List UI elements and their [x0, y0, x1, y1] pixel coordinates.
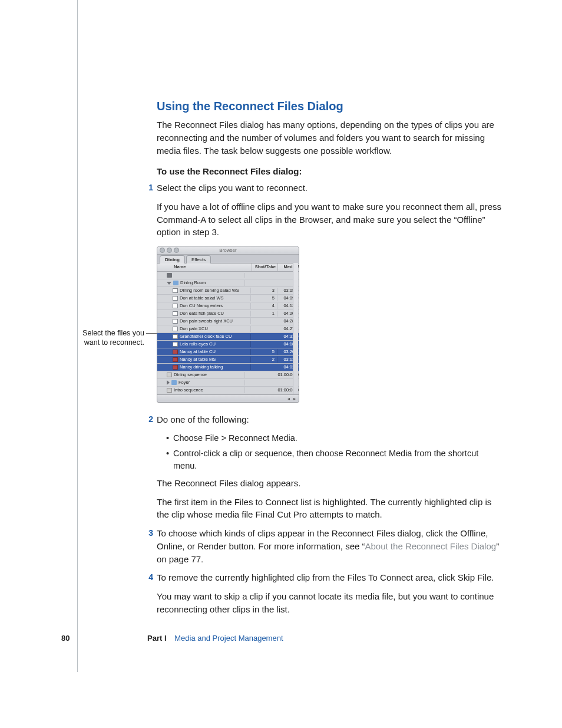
option-file-menu: Choose File > Reconnect Media. [166, 432, 504, 444]
screenshot-callout: Select the files you want to reconnect. [72, 328, 144, 348]
shot-take-cell: 2 [251, 357, 277, 363]
clip-name: Grandfather clock face CU [180, 334, 232, 340]
step-text: To choose which kinds of clips appear in… [157, 527, 504, 565]
offline-clip-icon [173, 350, 178, 354]
clip-name: Nancy at table MS [180, 357, 216, 363]
shot-take-cell: 5 [251, 349, 277, 355]
browser-rows: Dining RoomDining room serving salad WS3… [157, 272, 299, 394]
clip-name: Don at table salad WS [180, 295, 224, 302]
clip-icon [173, 319, 178, 324]
table-row[interactable]: Don at table salad WS504:09:59:140 [157, 295, 299, 302]
sequence-icon [167, 373, 172, 377]
step-number: 4 [145, 571, 153, 583]
step-number: 2 [145, 413, 153, 425]
step-3: 3 To choose which kinds of clips appear … [157, 527, 504, 565]
part-title: Media and Project Management [174, 634, 283, 643]
browser-titlebar: Browser [157, 246, 299, 255]
clip-name: Don pain XCU [180, 326, 208, 332]
browser-tabs: Dining Effects [157, 255, 299, 263]
section-heading: Using the Reconnect Files Dialog [157, 98, 504, 115]
clip-icon [173, 342, 178, 347]
disclosure-down-icon[interactable] [167, 282, 171, 285]
clip-name: Lela rolls eyes CU [180, 341, 216, 348]
offline-clip-icon [173, 357, 178, 362]
step-number: 1 [145, 182, 153, 193]
clip-icon [173, 296, 178, 301]
table-row[interactable]: Nancy at table CU503:20:41:120 [157, 348, 299, 356]
column-headers: Name Shot/Take Media Start [157, 263, 299, 272]
clip-icon [173, 311, 178, 316]
folder-icon [171, 380, 177, 385]
table-row[interactable]: Foyer [157, 379, 299, 387]
step-1: 1 Select the clips you want to reconnect… [157, 182, 504, 403]
step-2-after-1: The Reconnect Files dialog appears. [157, 477, 504, 490]
table-row[interactable]: Dining room serving salad WS303:08:16:13… [157, 287, 299, 295]
page-content: Using the Reconnect Files Dialog The Rec… [157, 98, 504, 622]
shot-take-cell: 3 [251, 288, 277, 294]
page-number: 80 [61, 634, 70, 643]
clip-name: Don CU Nancy enters [180, 303, 223, 309]
table-row[interactable]: Nancy at table MS203:13:07:020 [157, 356, 299, 364]
bin-icon [167, 273, 172, 278]
clip-name: Dining sequence [174, 372, 207, 378]
browser-screenshot: Select the files you want to reconnect. … [157, 246, 504, 403]
table-row[interactable]: Dining sequence01:00:00:000 [157, 371, 299, 379]
browser-footer: ◂ ▸ [157, 394, 299, 402]
step-number: 3 [145, 527, 153, 539]
table-row[interactable] [157, 272, 299, 279]
disclosure-right-icon[interactable] [167, 380, 170, 385]
scroll-arrows-icon[interactable]: ◂ ▸ [287, 396, 297, 403]
shot-take-cell: 5 [251, 295, 277, 302]
folder-icon [173, 281, 178, 285]
clip-icon [173, 288, 178, 293]
table-row[interactable]: Don eats fish plate CU104:20:16:130 [157, 310, 299, 318]
clip-name: Foyer [178, 380, 190, 386]
clip-name: Don pain sweats right XCU [180, 318, 233, 325]
col-name[interactable]: Name [157, 263, 252, 271]
option-control-click: Control-click a clip or sequence, then c… [166, 447, 504, 472]
part-label: Part I [147, 634, 167, 643]
clip-name: Dining room serving salad WS [180, 288, 239, 294]
table-row[interactable]: Lela rolls eyes CU04:18:51:120 [157, 341, 299, 348]
intro-paragraph: The Reconnect Files dialog has many opti… [157, 118, 504, 157]
table-row[interactable]: Dining Room [157, 279, 299, 287]
clip-name: Don eats fish plate CU [180, 311, 224, 317]
sequence-icon [167, 388, 172, 393]
browser-title: Browser [157, 247, 299, 254]
clip-icon [173, 327, 178, 331]
table-row[interactable]: Don CU Nancy enters404:12:49:100 [157, 302, 299, 310]
step-text: To remove the currently highlighted clip… [157, 571, 504, 584]
page-footer: 80 Part I Media and Project Management [61, 633, 283, 644]
step-followup: You may want to skip a clip if you canno… [157, 590, 504, 616]
offline-clip-icon [173, 365, 178, 370]
clip-name: Dining Room [180, 280, 206, 286]
clip-name: Intro sequence [174, 387, 203, 394]
task-heading: To use the Reconnect Files dialog: [157, 165, 504, 178]
table-row[interactable]: Don pain XCU04:27:13:050 [157, 325, 299, 333]
scrollbar[interactable] [293, 263, 298, 394]
step-followup: If you have a lot of offline clips and y… [157, 200, 504, 239]
clip-icon [173, 304, 178, 308]
step-text: Do one of the following: [157, 413, 504, 426]
xref-about-reconnect[interactable]: About the Reconnect Files Dialog [365, 541, 497, 551]
steps-list: 1 Select the clips you want to reconnect… [157, 182, 504, 616]
col-shot-take[interactable]: Shot/Take [252, 263, 278, 271]
shot-take-cell: 4 [251, 303, 277, 309]
browser-window: Browser Dining Effects Name Shot/Take Me… [157, 246, 299, 403]
table-row[interactable]: Don pain sweats right XCU04:28:12:000 [157, 318, 299, 325]
table-row[interactable]: Intro sequence01:00:00:000 [157, 387, 299, 394]
step-4: 4 To remove the currently highlighted cl… [157, 571, 504, 615]
table-row[interactable]: Nancy drinking talking04:02:39:130 [157, 364, 299, 371]
tab-dining[interactable]: Dining [160, 255, 185, 263]
step-2-options: Choose File > Reconnect Media. Control-c… [157, 432, 504, 472]
clip-name: Nancy drinking talking [180, 364, 223, 371]
shot-take-cell: 1 [251, 311, 277, 317]
step-2-after-2: The first item in the Files to Connect l… [157, 496, 504, 522]
step-text: Select the clips you want to reconnect. [157, 182, 504, 195]
tab-effects[interactable]: Effects [186, 255, 211, 263]
clip-icon [173, 334, 178, 339]
step-2: 2 Do one of the following: Choose File >… [157, 413, 504, 521]
clip-name: Nancy at table CU [180, 349, 216, 355]
table-row[interactable]: Grandfather clock face CU04:31:30:230 [157, 333, 299, 341]
